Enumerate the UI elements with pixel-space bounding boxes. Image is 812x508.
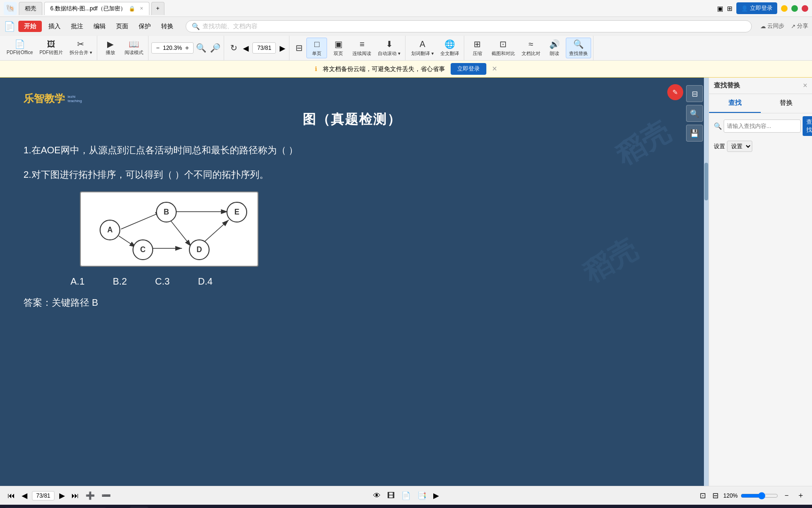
next-page-btn[interactable]: ▶ [278, 43, 287, 54]
comment-menu[interactable]: 批注 [67, 21, 87, 32]
edit-menu[interactable]: 编辑 [90, 21, 109, 32]
book-btn[interactable]: 📑 [415, 490, 429, 501]
pdf-to-img-btn[interactable]: 🖼 PDF转图片 [37, 38, 66, 58]
taskbar: 🔍 在这里输入你要搜索的内容 ⊙ ♪ W [0, 505, 812, 508]
tab-home[interactable]: 稻壳 [19, 2, 42, 15]
fit-page-btn[interactable]: ⊟ [710, 490, 720, 501]
settings-select[interactable]: 设置 [727, 141, 752, 152]
insert-menu[interactable]: 插入 [45, 21, 64, 32]
app-logo: 🐚 [4, 2, 17, 15]
pdf-side-btn-3[interactable]: 💾 [686, 125, 703, 142]
status-bar: ⏮ ◀ 73/81 ▶ ⏭ ➕ ➖ 👁 🎞 📄 📑 ▶ ⊡ ⊟ 120% － ＋ [0, 486, 812, 505]
zoom-out-icon-btn[interactable]: 🔎 [209, 38, 222, 58]
read-mode-btn[interactable]: 📖 阅读模式 [122, 38, 146, 58]
tab-pdf-close[interactable]: × [140, 5, 143, 12]
info-login-btn[interactable]: 立即登录 [451, 63, 486, 75]
tool-group-page-nav: ↻ ◀ ▶ [225, 36, 289, 60]
remove-page-btn[interactable]: ➖ [100, 490, 113, 501]
pdf-side-btn-1[interactable]: ⊟ [686, 85, 703, 102]
minimize-button[interactable] [781, 5, 788, 12]
rotate-doc-btn[interactable]: ↻ [227, 38, 240, 58]
read-aloud-btn[interactable]: 🔊 朗读 [544, 38, 565, 58]
pdf-side-btn-2[interactable]: 🔍 [686, 105, 703, 122]
red-circle-btn[interactable]: ✎ [667, 84, 683, 100]
maximize-button[interactable] [791, 5, 798, 12]
tab-find[interactable]: 查找 [709, 94, 761, 113]
node-E: E [226, 202, 247, 222]
login-button-title[interactable]: 👤 立即登录 [736, 2, 777, 14]
play-icon: ▶ [107, 40, 114, 48]
share-btn[interactable]: ↗ 分享 [791, 22, 808, 30]
title-bar: 🐚 稻壳 6.数据结构-图...pdf（已加密） 🔒 × + ▣ ⊞ 👤 立即登… [0, 0, 812, 17]
pdf-title: 图（真题检测） [23, 111, 680, 128]
pdf-to-img-label: PDF转图片 [39, 49, 63, 56]
find-input[interactable] [724, 119, 801, 133]
tab-pdf[interactable]: 6.数据结构-图...pdf（已加密） 🔒 × [44, 2, 149, 15]
status-center: 👁 🎞 📄 📑 ▶ [208, 490, 604, 501]
search-bar[interactable]: 🔍 查找功能、文档内容 [186, 20, 752, 32]
prev-page-status-btn[interactable]: ◀ [20, 490, 29, 501]
tool-group-page-view: ⊟ □ 单页 ▣ 双页 ≡ 连续阅读 ⬇ 自动滚动 ▾ [290, 36, 406, 60]
split-merge-btn[interactable]: ✂ 拆分合并 ▾ [67, 38, 95, 58]
cloud-sync[interactable]: ☁ 云同步 [760, 22, 784, 30]
menu-bar: 📄 开始 插入 批注 编辑 页面 保护 转换 🔍 查找功能、文档内容 ☁ 云同步… [0, 17, 812, 36]
pdf-question-2: 2.对下图进行拓扑排序，可以得到（ ）个不同的拓扑序列。 [23, 167, 680, 182]
full-translate-btn[interactable]: 🌐 全文翻译 [437, 38, 462, 58]
zoom-slider[interactable] [741, 492, 778, 500]
auto-scroll-btn[interactable]: ⬇ 自动滚动 ▾ [375, 38, 403, 58]
eye-btn[interactable]: 👁 [371, 491, 383, 501]
tool-group-zoom: － 120.3% ＋ 🔍 🔎 [149, 36, 225, 60]
zoom-in-status-btn[interactable]: ＋ [795, 490, 806, 501]
info-close-btn[interactable]: × [492, 64, 497, 74]
continuous-btn[interactable]: ≡ 连续阅读 [350, 38, 374, 58]
logo-sub1: lezhi [68, 95, 82, 99]
add-page-btn[interactable]: ➕ [84, 490, 97, 501]
pdf-to-office-label: PDF转Office [7, 49, 33, 56]
search-placeholder: 查找功能、文档内容 [203, 22, 258, 31]
last-page-btn[interactable]: ⏭ [70, 491, 81, 501]
play-btn[interactable]: ▶ 播放 [100, 38, 121, 58]
pdf-viewer: ✎ ⊟ 🔍 💾 稻壳 稻壳 乐智教学 lezhi teaching 图（真题检测… [0, 78, 709, 486]
pdf-to-office-btn[interactable]: 📄 PDF转Office [4, 38, 36, 58]
begin-menu[interactable]: 开始 [18, 21, 42, 32]
prev-page-btn[interactable]: ◀ [241, 43, 250, 54]
zoom-in-icon-btn[interactable]: 🔍 [195, 38, 208, 58]
tool-group-view: ▶ 播放 📖 阅读模式 [98, 36, 148, 60]
screenshot-compare-btn[interactable]: ⊡ 截图和对比 [489, 38, 518, 58]
option-B: B.2 [113, 276, 127, 287]
title-bar-right: ▣ ⊞ 👤 立即登录 [717, 2, 808, 14]
tab-pdf-label: 6.数据结构-图...pdf（已加密） [50, 5, 126, 13]
scrollbar[interactable] [704, 78, 709, 486]
convert-menu[interactable]: 转换 [157, 21, 177, 32]
word-translate-btn[interactable]: A 划词翻译 ▾ [408, 38, 437, 58]
close-button[interactable] [802, 5, 808, 12]
split-view-btn[interactable]: ⊟ [292, 38, 305, 58]
play-label: 播放 [106, 49, 115, 56]
single-page-btn[interactable]: □ 单页 [306, 38, 327, 58]
tab-add[interactable]: + [151, 2, 164, 15]
film-btn[interactable]: 🎞 [385, 491, 397, 501]
next-page-status-btn[interactable]: ▶ [57, 490, 67, 501]
protect-menu[interactable]: 保护 [135, 21, 155, 32]
double-page-btn[interactable]: ▣ 双页 [328, 38, 349, 58]
page-number-input[interactable] [252, 42, 276, 54]
info-message: 将文档备份云端，可避免文件丢失，省心省事 [323, 65, 445, 73]
zoom-out-btn[interactable]: － [154, 44, 162, 52]
file-compare-btn[interactable]: ≈ 文档比对 [519, 38, 543, 58]
fit-width-btn[interactable]: ⊡ [698, 490, 708, 501]
zoom-out-status-btn[interactable]: － [781, 490, 792, 501]
tab-replace[interactable]: 替换 [761, 94, 812, 113]
find-replace-btn[interactable]: 🔍 查找替换 [566, 38, 591, 58]
zoom-in-btn[interactable]: ＋ [183, 44, 191, 52]
first-page-btn[interactable]: ⏮ [6, 491, 17, 501]
single-page-icon: □ [314, 40, 320, 49]
page-menu[interactable]: 页面 [112, 21, 132, 32]
find-search-btn[interactable]: 查找 [803, 116, 812, 136]
compress-btn[interactable]: ⊞ 压缩 [467, 38, 488, 58]
doc-btn[interactable]: 📄 [399, 490, 413, 501]
settings-label: 设置 [714, 143, 725, 151]
scrollbar-thumb[interactable] [704, 163, 708, 200]
play-status-btn[interactable]: ▶ [431, 490, 441, 501]
panel-close-icon[interactable]: × [803, 81, 807, 90]
find-replace-label-btn: 查找替换 [569, 50, 588, 57]
